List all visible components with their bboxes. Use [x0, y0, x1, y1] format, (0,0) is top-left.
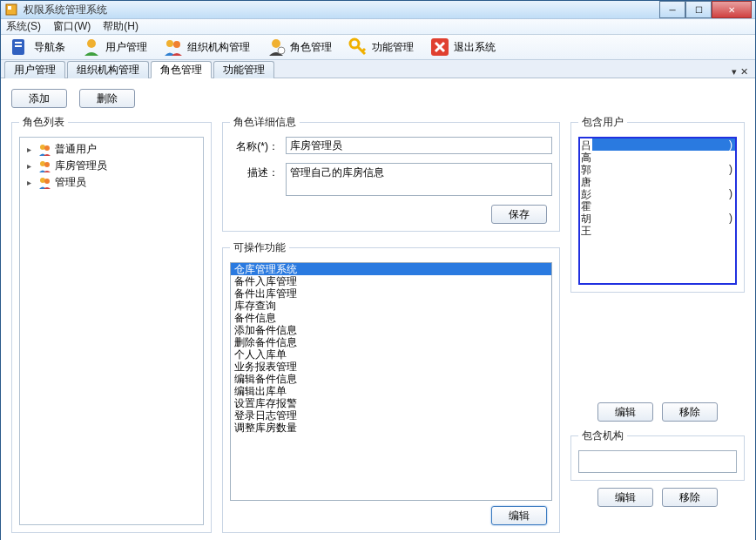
menu-system[interactable]: 系统(S) — [6, 19, 41, 34]
app-icon — [4, 3, 18, 17]
exit-icon — [429, 37, 450, 57]
tree-label: 库房管理员 — [55, 159, 107, 173]
user-row[interactable]: 胡) — [580, 212, 735, 224]
save-button[interactable]: 保存 — [491, 205, 547, 224]
user-row[interactable]: 郭) — [580, 163, 735, 175]
users-remove-button[interactable]: 移除 — [662, 402, 718, 422]
ops-edit-button[interactable]: 编辑 — [491, 506, 547, 525]
tool-func[interactable]: 功能管理 — [344, 35, 417, 59]
titlebar: 权限系统管理系统 ─ ☐ ✕ — [1, 1, 755, 19]
svg-point-7 — [173, 41, 180, 48]
tool-label: 功能管理 — [372, 40, 414, 55]
list-item[interactable]: 编辑出库单 — [231, 385, 551, 397]
tab-user-mgmt[interactable]: 用户管理 — [4, 61, 65, 78]
role-icon — [266, 37, 287, 57]
tab-org-mgmt[interactable]: 组织机构管理 — [67, 61, 149, 78]
users-icon — [37, 176, 51, 190]
maximize-button[interactable]: ☐ — [685, 1, 712, 18]
tree-node[interactable]: ▸ 库房管理员 — [24, 158, 199, 174]
window-title: 权限系统管理系统 — [24, 3, 659, 17]
tab-role-mgmt[interactable]: 角色管理 — [151, 61, 212, 78]
svg-point-14 — [40, 161, 45, 166]
tool-label: 角色管理 — [290, 40, 332, 55]
tool-role[interactable]: 角色管理 — [262, 35, 335, 59]
users-edit-button[interactable]: 编辑 — [597, 402, 653, 422]
detail-legend: 角色详细信息 — [230, 115, 300, 130]
list-item[interactable]: 仓库管理系统 — [231, 263, 551, 275]
list-item[interactable]: 添加备件信息 — [231, 324, 551, 336]
rolelist-legend: 角色列表 — [19, 115, 68, 130]
twisty-icon[interactable]: ▸ — [24, 145, 34, 154]
svg-point-12 — [40, 145, 45, 150]
svg-rect-4 — [15, 45, 22, 47]
svg-point-16 — [40, 178, 45, 183]
delete-button[interactable]: 删除 — [79, 89, 135, 108]
tool-org[interactable]: 组织机构管理 — [159, 35, 253, 59]
tree-label: 普通用户 — [55, 142, 97, 157]
tab-dropdown-icon[interactable]: ▾ — [732, 66, 737, 78]
list-item[interactable]: 库存查询 — [231, 300, 551, 312]
ops-listbox[interactable]: 仓库管理系统备件入库管理备件出库管理库存查询备件信息添加备件信息删除备件信息个人… — [230, 262, 552, 501]
list-item[interactable]: 个人入库单 — [231, 348, 551, 361]
list-item[interactable]: 业务报表管理 — [231, 361, 551, 373]
svg-point-9 — [278, 47, 285, 54]
list-item[interactable]: 登录日志管理 — [231, 409, 551, 422]
ops-legend: 可操作功能 — [230, 240, 289, 255]
users-icon — [163, 37, 184, 57]
desc-textarea[interactable] — [286, 163, 552, 196]
tool-label: 组织机构管理 — [187, 40, 250, 55]
main-window: 权限系统管理系统 ─ ☐ ✕ 系统(S) 窗口(W) 帮助(H) 导航条 用户管… — [0, 0, 756, 540]
tool-exit[interactable]: 退出系统 — [426, 35, 499, 59]
list-item[interactable]: 调整库房数量 — [231, 422, 551, 434]
tool-label: 导航条 — [34, 40, 65, 55]
tool-label: 退出系统 — [454, 40, 496, 55]
user-row[interactable]: 高 — [580, 151, 735, 163]
org-remove-button[interactable]: 移除 — [662, 488, 718, 507]
user-row[interactable]: 吕) — [580, 138, 735, 151]
content-area: 添加 删除 角色列表 ▸ 普通用户 ▸ — [1, 78, 755, 540]
user-row[interactable]: 霍 — [580, 199, 735, 212]
tool-user[interactable]: 用户管理 — [78, 35, 151, 59]
menu-help[interactable]: 帮助(H) — [103, 19, 138, 34]
twisty-icon[interactable]: ▸ — [24, 178, 34, 187]
user-row[interactable]: 王 — [580, 224, 735, 236]
role-tree[interactable]: ▸ 普通用户 ▸ 库房管理员 ▸ 管理员 — [19, 137, 204, 525]
svg-point-15 — [44, 162, 50, 167]
list-item[interactable]: 编辑备件信息 — [231, 373, 551, 385]
book-icon — [10, 37, 30, 57]
tabstrip: 用户管理 组织机构管理 角色管理 功能管理 ▾ ✕ — [1, 60, 755, 78]
users-legend: 包含用户 — [578, 115, 627, 130]
users-icon — [37, 143, 51, 157]
add-button[interactable]: 添加 — [11, 89, 67, 108]
tab-func-mgmt[interactable]: 功能管理 — [213, 61, 274, 78]
svg-point-8 — [272, 39, 280, 48]
org-legend: 包含机构 — [578, 429, 627, 443]
tool-nav[interactable]: 导航条 — [6, 35, 69, 59]
twisty-icon[interactable]: ▸ — [24, 161, 34, 171]
list-item[interactable]: 备件入库管理 — [231, 275, 551, 287]
user-row[interactable]: 彭) — [580, 187, 735, 199]
name-label: 名称(*)： — [230, 137, 286, 154]
tree-node[interactable]: ▸ 普通用户 — [24, 141, 199, 158]
users-icon — [37, 159, 51, 173]
tree-node[interactable]: ▸ 管理员 — [24, 174, 199, 191]
svg-point-13 — [44, 145, 50, 151]
svg-rect-3 — [15, 42, 22, 44]
user-row[interactable]: 唐 — [580, 175, 735, 187]
list-item[interactable]: 备件信息 — [231, 312, 551, 324]
svg-point-6 — [166, 40, 173, 47]
minimize-button[interactable]: ─ — [659, 1, 685, 18]
tab-close-icon[interactable]: ✕ — [740, 66, 748, 78]
list-item[interactable]: 删除备件信息 — [231, 336, 551, 348]
users-listbox[interactable]: 吕)高郭)唐彭)霍胡)王 — [578, 137, 737, 285]
menubar: 系统(S) 窗口(W) 帮助(H) — [1, 19, 755, 35]
tree-label: 管理员 — [55, 175, 86, 190]
org-listbox[interactable] — [578, 450, 737, 473]
list-item[interactable]: 设置库存报警 — [231, 397, 551, 409]
org-edit-button[interactable]: 编辑 — [597, 488, 653, 507]
tool-label: 用户管理 — [105, 40, 147, 55]
menu-window[interactable]: 窗口(W) — [53, 19, 91, 34]
close-button[interactable]: ✕ — [712, 1, 752, 18]
name-input[interactable] — [286, 137, 552, 154]
list-item[interactable]: 备件出库管理 — [231, 287, 551, 300]
